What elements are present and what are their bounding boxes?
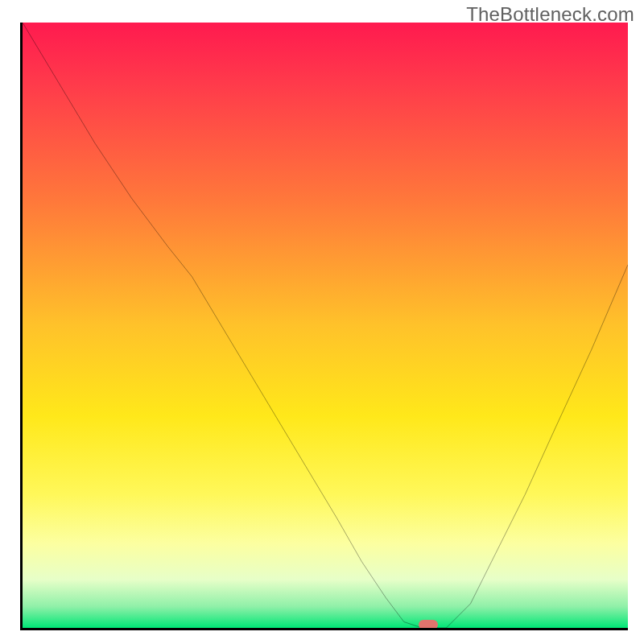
- watermark-text: TheBottleneck.com: [466, 3, 634, 26]
- curve-layer: [23, 23, 628, 628]
- optimal-marker: [419, 620, 438, 630]
- plot-area: [20, 23, 628, 630]
- bottleneck-curve: [23, 23, 628, 628]
- chart-container: TheBottleneck.com: [0, 0, 644, 644]
